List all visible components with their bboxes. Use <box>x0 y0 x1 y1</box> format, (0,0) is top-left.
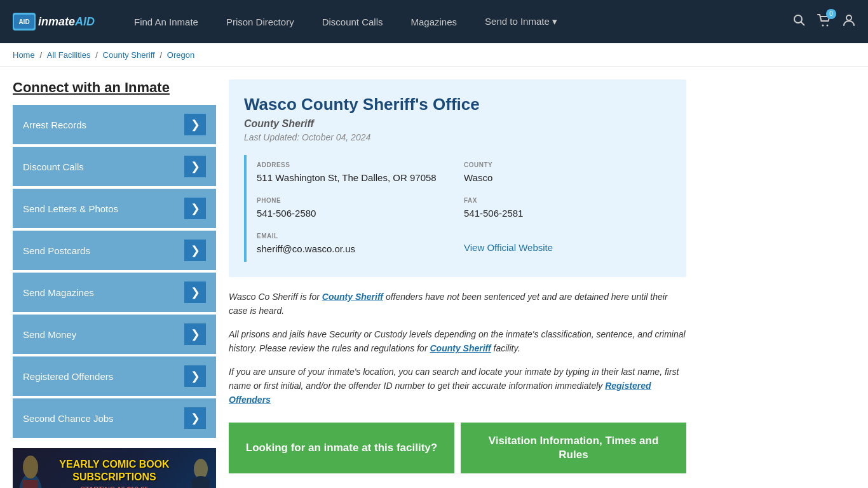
county-section: COUNTY Wasco <box>464 155 671 191</box>
arrow-icon: ❯ <box>184 240 206 261</box>
phone-section: PHONE 541-506-2580 <box>257 191 464 226</box>
address-label: ADDRESS <box>257 161 458 168</box>
address-value: 511 Washington St, The Dalles, OR 97058 <box>257 171 458 184</box>
breadcrumb-county-sheriff[interactable]: County Sheriff <box>103 50 155 60</box>
visitation-info-button[interactable]: Visitation Information, Times and Rules <box>461 423 686 473</box>
sidebar-btn-label: Send Magazines <box>23 287 94 298</box>
address-section: ADDRESS 511 Washington St, The Dalles, O… <box>257 155 464 191</box>
fax-label: FAX <box>464 197 665 204</box>
sidebar-btn-send-postcards[interactable]: Send Postcards ❯ <box>13 231 216 270</box>
site-header: AID inmateAID Find An Inmate Prison Dire… <box>0 0 868 43</box>
nav-find-inmate[interactable]: Find An Inmate <box>120 0 212 43</box>
county-sheriff-link-1[interactable]: County Sheriff <box>322 292 383 302</box>
search-icon[interactable] <box>793 14 806 30</box>
sidebar-btn-send-money[interactable]: Send Money ❯ <box>13 315 216 354</box>
main-nav: Find An Inmate Prison Directory Discount… <box>120 0 793 43</box>
header-icons: 0 <box>793 14 855 30</box>
facility-description: Wasco Co Sheriff is for County Sheriff o… <box>229 290 686 407</box>
ad-subtitle: STARTING AT $19.95 <box>81 485 149 488</box>
logo-text: inmateAID <box>38 15 95 29</box>
sidebar-btn-discount-calls[interactable]: Discount Calls ❯ <box>13 147 216 186</box>
arrow-icon: ❯ <box>184 114 206 135</box>
facility-content: Wasco County Sheriff's Office County She… <box>229 79 686 488</box>
view-official-website-link[interactable]: View Official Website <box>464 242 553 253</box>
sidebar-btn-label: Send Letters & Photos <box>23 203 118 214</box>
email-label: EMAIL <box>257 233 458 240</box>
logo[interactable]: AID inmateAID <box>13 13 95 30</box>
breadcrumb-state[interactable]: Oregon <box>167 50 194 60</box>
arrow-icon: ❯ <box>184 198 206 219</box>
sidebar-btn-label: Registered Offenders <box>23 371 113 382</box>
sidebar-btn-label: Arrest Records <box>23 119 86 130</box>
sidebar-btn-label: Second Chance Jobs <box>23 413 114 424</box>
county-label: COUNTY <box>464 161 665 168</box>
breadcrumb-sep3: / <box>160 50 165 60</box>
svg-point-5 <box>827 24 829 26</box>
cart-badge: 0 <box>826 9 836 19</box>
cart-icon[interactable]: 0 <box>817 14 831 30</box>
nav-send-to-inmate[interactable]: Send to Inmate ▾ <box>471 0 571 43</box>
sidebar-btn-send-letters[interactable]: Send Letters & Photos ❯ <box>13 189 216 228</box>
county-value: Wasco <box>464 171 665 184</box>
sidebar-btn-label: Discount Calls <box>23 161 84 172</box>
facility-type: County Sheriff <box>244 118 671 130</box>
fax-value: 541-506-2581 <box>464 207 665 220</box>
email-value: sheriff@co.wasco.or.us <box>257 242 458 255</box>
logo-icon: AID <box>13 13 36 30</box>
registered-offenders-link[interactable]: Registered Offenders <box>229 381 651 405</box>
user-icon[interactable] <box>843 14 855 30</box>
facility-card: Wasco County Sheriff's Office County She… <box>229 79 686 277</box>
ad-banner[interactable]: YEARLY COMIC BOOKSUBSCRIPTIONS STARTING … <box>13 448 216 488</box>
arrow-icon: ❯ <box>184 323 206 345</box>
svg-point-8 <box>23 456 38 478</box>
breadcrumb: Home / All Facilities / County Sheriff /… <box>0 43 868 67</box>
ad-title: YEARLY COMIC BOOKSUBSCRIPTIONS <box>59 458 169 482</box>
email-section: EMAIL sheriff@co.wasco.or.us <box>257 226 464 262</box>
sidebar-title: Connect with an Inmate <box>13 79 216 96</box>
description-paragraph-1: Wasco Co Sheriff is for County Sheriff o… <box>229 290 686 318</box>
svg-marker-10 <box>23 480 38 488</box>
fax-section: FAX 541-506-2581 <box>464 191 671 226</box>
sidebar: Connect with an Inmate Arrest Records ❯ … <box>13 79 216 488</box>
nav-magazines[interactable]: Magazines <box>397 0 471 43</box>
description-paragraph-2: All prisons and jails have Security or C… <box>229 327 686 356</box>
sidebar-btn-send-magazines[interactable]: Send Magazines ❯ <box>13 273 216 312</box>
sidebar-btn-second-chance[interactable]: Second Chance Jobs ❯ <box>13 398 216 438</box>
arrow-icon: ❯ <box>184 156 206 177</box>
arrow-icon: ❯ <box>184 281 206 303</box>
arrow-icon: ❯ <box>184 365 206 387</box>
svg-rect-13 <box>192 482 210 488</box>
breadcrumb-all-facilities[interactable]: All Facilities <box>47 50 91 60</box>
svg-point-2 <box>794 15 802 23</box>
nav-discount-calls[interactable]: Discount Calls <box>308 0 397 43</box>
website-section: WEBSITE View Official Website <box>464 226 671 262</box>
description-paragraph-3: If you are unsure of your inmate's locat… <box>229 365 686 407</box>
breadcrumb-home[interactable]: Home <box>13 50 35 60</box>
looking-for-inmate-button[interactable]: Looking for an inmate at this facility? <box>229 423 454 473</box>
phone-label: PHONE <box>257 197 458 204</box>
phone-value: 541-506-2580 <box>257 207 458 220</box>
bottom-buttons: Looking for an inmate at this facility? … <box>229 423 686 473</box>
sidebar-btn-registered-offenders[interactable]: Registered Offenders ❯ <box>13 356 216 396</box>
main-container: Connect with an Inmate Arrest Records ❯ … <box>0 67 699 488</box>
breadcrumb-sep2: / <box>95 50 100 60</box>
info-grid: ADDRESS 511 Washington St, The Dalles, O… <box>244 155 671 262</box>
sidebar-btn-label: Send Postcards <box>23 245 90 256</box>
svg-text:AID: AID <box>18 18 29 25</box>
svg-point-6 <box>846 15 851 20</box>
breadcrumb-sep1: / <box>40 50 44 60</box>
county-sheriff-link-2[interactable]: County Sheriff <box>430 343 491 353</box>
sidebar-btn-label: Send Money <box>23 329 76 340</box>
sidebar-btn-arrest-records[interactable]: Arrest Records ❯ <box>13 105 216 144</box>
svg-line-3 <box>801 22 805 25</box>
nav-prison-directory[interactable]: Prison Directory <box>212 0 308 43</box>
facility-name: Wasco County Sheriff's Office <box>244 95 671 114</box>
arrow-icon: ❯ <box>184 407 206 429</box>
facility-updated: Last Updated: October 04, 2024 <box>244 132 671 142</box>
svg-point-4 <box>822 24 824 26</box>
